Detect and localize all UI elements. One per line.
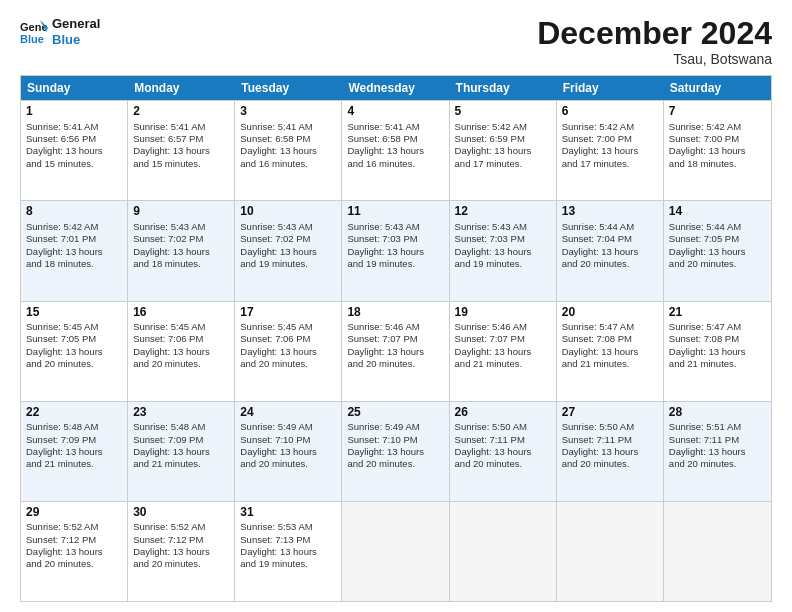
calendar-cell-21: 21 Sunrise: 5:47 AM Sunset: 7:08 PM Dayl… bbox=[664, 302, 771, 401]
calendar-cell-20: 20 Sunrise: 5:47 AM Sunset: 7:08 PM Dayl… bbox=[557, 302, 664, 401]
calendar-cell-12: 12 Sunrise: 5:43 AM Sunset: 7:03 PM Dayl… bbox=[450, 201, 557, 300]
sunrise-label: Sunrise: 5:47 AM bbox=[669, 321, 741, 332]
sunset-label: Sunset: 7:09 PM bbox=[26, 434, 96, 445]
daylight-label: Daylight: 13 hours bbox=[133, 145, 210, 156]
daylight-minutes: and 15 minutes. bbox=[26, 158, 94, 169]
daylight-label: Daylight: 13 hours bbox=[669, 246, 746, 257]
calendar-header: SundayMondayTuesdayWednesdayThursdayFrid… bbox=[21, 76, 771, 100]
sunset-label: Sunset: 7:11 PM bbox=[669, 434, 739, 445]
daylight-minutes: and 19 minutes. bbox=[347, 258, 415, 269]
day-number: 11 bbox=[347, 204, 443, 220]
header-day-tuesday: Tuesday bbox=[235, 76, 342, 100]
sunrise-label: Sunrise: 5:42 AM bbox=[455, 121, 527, 132]
daylight-label: Daylight: 13 hours bbox=[347, 145, 424, 156]
daylight-minutes: and 15 minutes. bbox=[133, 158, 201, 169]
sunset-label: Sunset: 7:01 PM bbox=[26, 233, 96, 244]
sunrise-label: Sunrise: 5:41 AM bbox=[26, 121, 98, 132]
daylight-minutes: and 21 minutes. bbox=[669, 358, 737, 369]
calendar-cell-29: 29 Sunrise: 5:52 AM Sunset: 7:12 PM Dayl… bbox=[21, 502, 128, 601]
day-number: 6 bbox=[562, 104, 658, 120]
calendar-row-2: 8 Sunrise: 5:42 AM Sunset: 7:01 PM Dayli… bbox=[21, 200, 771, 300]
daylight-label: Daylight: 13 hours bbox=[26, 346, 103, 357]
daylight-label: Daylight: 13 hours bbox=[455, 346, 532, 357]
day-number: 23 bbox=[133, 405, 229, 421]
day-number: 21 bbox=[669, 305, 766, 321]
header-day-saturday: Saturday bbox=[664, 76, 771, 100]
daylight-minutes: and 17 minutes. bbox=[455, 158, 523, 169]
calendar-cell-24: 24 Sunrise: 5:49 AM Sunset: 7:10 PM Dayl… bbox=[235, 402, 342, 501]
sunrise-label: Sunrise: 5:45 AM bbox=[133, 321, 205, 332]
sunset-label: Sunset: 7:05 PM bbox=[26, 333, 96, 344]
sunset-label: Sunset: 7:03 PM bbox=[455, 233, 525, 244]
svg-text:Blue: Blue bbox=[20, 33, 44, 45]
main-title: December 2024 bbox=[537, 16, 772, 51]
day-number: 16 bbox=[133, 305, 229, 321]
daylight-minutes: and 16 minutes. bbox=[240, 158, 308, 169]
sunrise-label: Sunrise: 5:44 AM bbox=[669, 221, 741, 232]
sunrise-label: Sunrise: 5:43 AM bbox=[347, 221, 419, 232]
calendar-cell-31: 31 Sunrise: 5:53 AM Sunset: 7:13 PM Dayl… bbox=[235, 502, 342, 601]
calendar-cell-3: 3 Sunrise: 5:41 AM Sunset: 6:58 PM Dayli… bbox=[235, 101, 342, 200]
day-number: 30 bbox=[133, 505, 229, 521]
day-number: 25 bbox=[347, 405, 443, 421]
calendar-cell-17: 17 Sunrise: 5:45 AM Sunset: 7:06 PM Dayl… bbox=[235, 302, 342, 401]
daylight-label: Daylight: 13 hours bbox=[562, 446, 639, 457]
sunrise-label: Sunrise: 5:49 AM bbox=[347, 421, 419, 432]
sunrise-label: Sunrise: 5:45 AM bbox=[240, 321, 312, 332]
sunrise-label: Sunrise: 5:41 AM bbox=[347, 121, 419, 132]
daylight-label: Daylight: 13 hours bbox=[347, 446, 424, 457]
calendar-body: 1 Sunrise: 5:41 AM Sunset: 6:56 PM Dayli… bbox=[21, 100, 771, 601]
daylight-minutes: and 20 minutes. bbox=[562, 258, 630, 269]
calendar-page: General Blue General Blue December 2024 … bbox=[0, 0, 792, 612]
sunrise-label: Sunrise: 5:43 AM bbox=[455, 221, 527, 232]
daylight-minutes: and 20 minutes. bbox=[669, 458, 737, 469]
day-number: 31 bbox=[240, 505, 336, 521]
calendar-cell-5: 5 Sunrise: 5:42 AM Sunset: 6:59 PM Dayli… bbox=[450, 101, 557, 200]
day-number: 12 bbox=[455, 204, 551, 220]
sunset-label: Sunset: 7:12 PM bbox=[133, 534, 203, 545]
sunset-label: Sunset: 7:10 PM bbox=[240, 434, 310, 445]
day-number: 17 bbox=[240, 305, 336, 321]
daylight-label: Daylight: 13 hours bbox=[669, 145, 746, 156]
sunset-label: Sunset: 7:08 PM bbox=[562, 333, 632, 344]
day-number: 18 bbox=[347, 305, 443, 321]
daylight-label: Daylight: 13 hours bbox=[455, 145, 532, 156]
day-number: 13 bbox=[562, 204, 658, 220]
sunset-label: Sunset: 7:08 PM bbox=[669, 333, 739, 344]
daylight-minutes: and 20 minutes. bbox=[133, 558, 201, 569]
day-number: 29 bbox=[26, 505, 122, 521]
daylight-label: Daylight: 13 hours bbox=[455, 446, 532, 457]
sunset-label: Sunset: 7:02 PM bbox=[240, 233, 310, 244]
header-day-friday: Friday bbox=[557, 76, 664, 100]
day-number: 9 bbox=[133, 204, 229, 220]
header-day-sunday: Sunday bbox=[21, 76, 128, 100]
calendar-cell-26: 26 Sunrise: 5:50 AM Sunset: 7:11 PM Dayl… bbox=[450, 402, 557, 501]
calendar-cell-2: 2 Sunrise: 5:41 AM Sunset: 6:57 PM Dayli… bbox=[128, 101, 235, 200]
sunset-label: Sunset: 7:06 PM bbox=[133, 333, 203, 344]
daylight-minutes: and 21 minutes. bbox=[562, 358, 630, 369]
logo-line1: General bbox=[52, 16, 100, 32]
sunrise-label: Sunrise: 5:46 AM bbox=[347, 321, 419, 332]
daylight-label: Daylight: 13 hours bbox=[347, 346, 424, 357]
header-day-monday: Monday bbox=[128, 76, 235, 100]
calendar-cell-9: 9 Sunrise: 5:43 AM Sunset: 7:02 PM Dayli… bbox=[128, 201, 235, 300]
sunrise-label: Sunrise: 5:44 AM bbox=[562, 221, 634, 232]
calendar-cell-16: 16 Sunrise: 5:45 AM Sunset: 7:06 PM Dayl… bbox=[128, 302, 235, 401]
sunset-label: Sunset: 7:13 PM bbox=[240, 534, 310, 545]
calendar-row-3: 15 Sunrise: 5:45 AM Sunset: 7:05 PM Dayl… bbox=[21, 301, 771, 401]
daylight-label: Daylight: 13 hours bbox=[562, 346, 639, 357]
sunrise-label: Sunrise: 5:43 AM bbox=[133, 221, 205, 232]
daylight-label: Daylight: 13 hours bbox=[26, 145, 103, 156]
daylight-minutes: and 18 minutes. bbox=[26, 258, 94, 269]
sunrise-label: Sunrise: 5:53 AM bbox=[240, 521, 312, 532]
daylight-label: Daylight: 13 hours bbox=[240, 145, 317, 156]
sunset-label: Sunset: 6:57 PM bbox=[133, 133, 203, 144]
calendar-cell-empty bbox=[664, 502, 771, 601]
header-day-thursday: Thursday bbox=[450, 76, 557, 100]
daylight-label: Daylight: 13 hours bbox=[347, 246, 424, 257]
day-number: 15 bbox=[26, 305, 122, 321]
day-number: 8 bbox=[26, 204, 122, 220]
calendar-cell-30: 30 Sunrise: 5:52 AM Sunset: 7:12 PM Dayl… bbox=[128, 502, 235, 601]
daylight-minutes: and 21 minutes. bbox=[133, 458, 201, 469]
sunset-label: Sunset: 6:59 PM bbox=[455, 133, 525, 144]
